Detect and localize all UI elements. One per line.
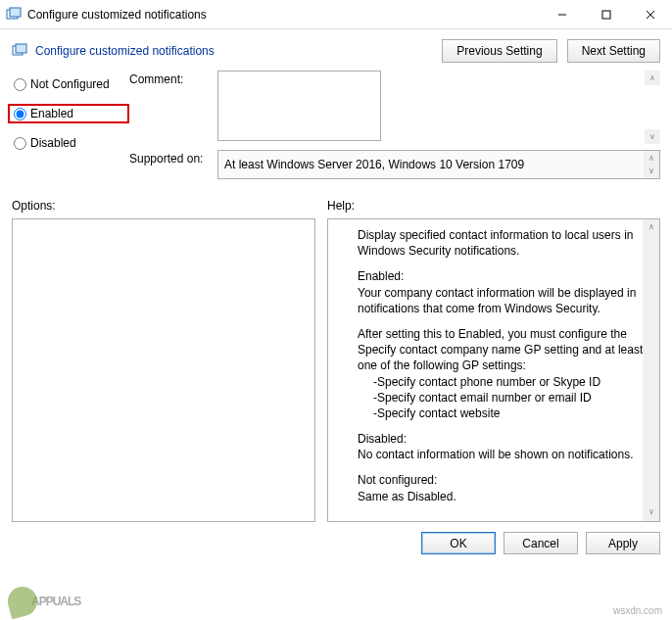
scroll-down-icon[interactable]: ∨ bbox=[645, 129, 660, 144]
maximize-button[interactable] bbox=[584, 0, 628, 29]
radio-disabled[interactable]: Disabled bbox=[12, 133, 129, 153]
help-notconfigured-title: Not configured: bbox=[338, 472, 649, 488]
setting-icon bbox=[12, 43, 27, 59]
scroll-up-icon[interactable]: ∧ bbox=[643, 219, 659, 236]
comment-input[interactable] bbox=[217, 71, 381, 141]
help-configure-text: After setting this to Enabled, you must … bbox=[338, 326, 649, 374]
radio-not-configured-input[interactable] bbox=[14, 78, 26, 91]
radio-disabled-label: Disabled bbox=[30, 136, 76, 150]
apply-button[interactable]: Apply bbox=[586, 532, 660, 554]
options-panel bbox=[12, 218, 315, 522]
help-panel: Display specified contact information to… bbox=[327, 218, 660, 522]
help-enabled-text: Your company contact information will be… bbox=[338, 285, 649, 316]
help-enabled-title: Enabled: bbox=[338, 268, 649, 284]
help-disabled-title: Disabled: bbox=[338, 431, 649, 447]
options-label: Options: bbox=[12, 199, 315, 213]
titlebar: Configure customized notifications bbox=[0, 0, 672, 29]
window-title: Configure customized notifications bbox=[27, 8, 540, 22]
svg-rect-1 bbox=[10, 8, 21, 17]
help-setting-email: -Specify contact email number or email I… bbox=[338, 390, 649, 405]
ok-button[interactable]: OK bbox=[421, 532, 496, 554]
scroll-up-icon[interactable]: ∧ bbox=[645, 71, 660, 85]
previous-setting-button[interactable]: Previous Setting bbox=[442, 39, 556, 63]
dialog-buttons: OK Cancel Apply bbox=[0, 522, 672, 564]
help-setting-phone: -Specify contact phone number or Skype I… bbox=[338, 374, 649, 390]
minimize-button[interactable] bbox=[540, 0, 584, 29]
setting-header: Configure customized notifications Previ… bbox=[0, 29, 672, 71]
scroll-down-icon[interactable]: ∨ bbox=[643, 504, 659, 521]
scroll-down-icon[interactable]: ∨ bbox=[644, 164, 659, 178]
help-disabled-text: No contact information will be shown on … bbox=[338, 447, 649, 462]
comment-label: Comment: bbox=[129, 71, 208, 86]
help-label: Help: bbox=[327, 199, 660, 213]
radio-enabled[interactable]: Enabled bbox=[8, 104, 129, 123]
radio-enabled-input[interactable] bbox=[14, 108, 26, 120]
help-scrollbar[interactable]: ∧ ∨ bbox=[643, 219, 659, 521]
close-button[interactable] bbox=[628, 0, 672, 29]
supported-on-value: At least Windows Server 2016, Windows 10… bbox=[224, 158, 524, 171]
radio-enabled-label: Enabled bbox=[30, 107, 73, 120]
help-intro: Display specified contact information to… bbox=[338, 227, 649, 259]
next-setting-button[interactable]: Next Setting bbox=[567, 39, 660, 63]
svg-rect-3 bbox=[602, 11, 610, 19]
help-notconfigured-text: Same as Disabled. bbox=[338, 489, 649, 504]
help-setting-website: -Specify contact website bbox=[338, 405, 649, 421]
setting-title: Configure customized notifications bbox=[35, 44, 432, 58]
radio-not-configured[interactable]: Not Configured bbox=[12, 74, 129, 94]
radio-not-configured-label: Not Configured bbox=[30, 77, 110, 91]
svg-rect-7 bbox=[16, 44, 26, 53]
supported-on-field: At least Windows Server 2016, Windows 10… bbox=[217, 150, 660, 179]
supported-label: Supported on: bbox=[129, 150, 208, 166]
state-radio-group: Not Configured Enabled Disabled bbox=[12, 71, 129, 163]
radio-disabled-input[interactable] bbox=[14, 137, 26, 150]
app-icon bbox=[6, 7, 22, 23]
cancel-button[interactable]: Cancel bbox=[504, 532, 578, 554]
